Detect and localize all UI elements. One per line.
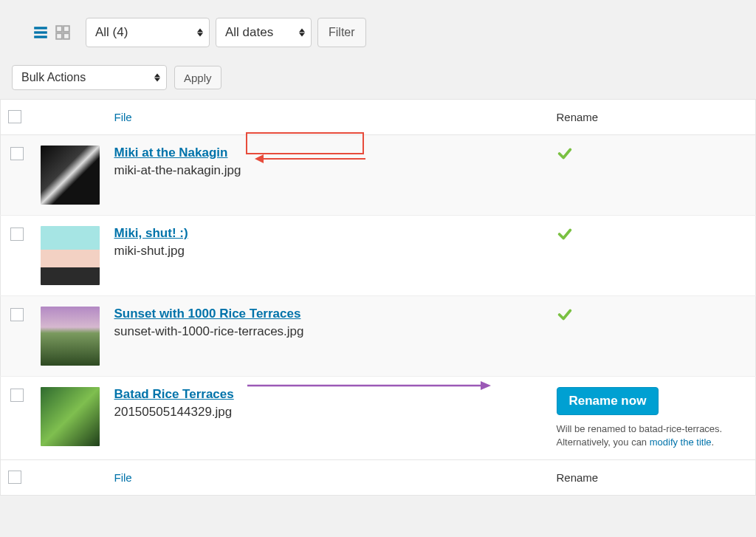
media-title-link[interactable]: Miki at the Nakagin: [114, 146, 228, 160]
svg-marker-10: [481, 381, 491, 390]
chevron-updown-icon: [197, 29, 203, 37]
select-all-checkbox[interactable]: [8, 110, 21, 123]
view-list-button[interactable]: [31, 23, 50, 42]
svg-rect-4: [63, 26, 69, 32]
annotation-arrow-red: [255, 151, 373, 168]
svg-rect-5: [56, 33, 62, 39]
media-thumbnail[interactable]: [41, 387, 100, 446]
row-checkbox[interactable]: [10, 389, 24, 402]
check-icon: [557, 232, 573, 244]
check-icon: [557, 151, 573, 164]
chevron-updown-icon: [299, 29, 305, 37]
media-thumbnail[interactable]: [41, 307, 100, 366]
svg-rect-0: [34, 27, 47, 29]
column-file-header[interactable]: File: [114, 111, 132, 123]
view-grid-button[interactable]: [53, 23, 72, 42]
check-icon: [557, 312, 573, 325]
row-checkbox[interactable]: [10, 308, 24, 321]
bulk-actions-select[interactable]: Bulk Actions: [12, 65, 167, 90]
modify-title-link[interactable]: modify the title: [650, 437, 712, 448]
row-checkbox[interactable]: [10, 147, 24, 160]
media-type-filter-select[interactable]: All (4): [86, 18, 210, 47]
column-file-footer[interactable]: File: [114, 471, 132, 484]
chevron-updown-icon: [154, 74, 160, 82]
rename-now-button[interactable]: Rename now: [557, 387, 659, 415]
row-checkbox[interactable]: [10, 228, 24, 241]
media-title-link[interactable]: Miki, shut! :): [114, 226, 188, 241]
media-thumbnail[interactable]: [41, 146, 100, 205]
date-filter-label: All dates: [225, 25, 273, 40]
date-filter-select[interactable]: All dates: [216, 18, 312, 47]
svg-rect-3: [56, 26, 62, 32]
media-filename: miki-at-the-nakagin.jpg: [114, 163, 241, 177]
table-row: Batad Rice Terraces 20150505144329.jpg R…: [1, 377, 756, 460]
svg-rect-1: [34, 31, 47, 33]
media-type-filter-label: All (4): [95, 25, 128, 40]
media-thumbnail[interactable]: [41, 226, 100, 285]
table-row: Sunset with 1000 Rice Terraces sunset-wi…: [1, 296, 756, 377]
rename-note: Will be renamed to batad-rice-terraces. …: [557, 423, 734, 449]
select-all-checkbox-footer[interactable]: [8, 471, 21, 484]
apply-button[interactable]: Apply: [174, 66, 221, 89]
column-rename-header: Rename: [549, 100, 756, 135]
media-filename: 20150505144329.jpg: [114, 405, 233, 419]
media-title-link[interactable]: Sunset with 1000 Rice Terraces: [114, 307, 301, 321]
list-view-icon: [32, 24, 49, 41]
filter-button[interactable]: Filter: [317, 18, 366, 47]
media-filename: sunset-with-1000-rice-terraces.jpg: [114, 324, 304, 338]
media-filename: miki-shut.jpg: [114, 244, 185, 258]
media-table: File Rename Miki at the Nakagin miki-at-…: [0, 99, 756, 496]
svg-marker-8: [255, 154, 264, 163]
column-rename-footer: Rename: [549, 460, 756, 496]
table-row: Miki, shut! :) miki-shut.jpg: [1, 216, 756, 296]
table-row: Miki at the Nakagin miki-at-the-nakagin.…: [1, 135, 756, 216]
svg-rect-6: [63, 33, 69, 39]
annotation-rect: [246, 132, 364, 154]
grid-view-icon: [55, 24, 71, 41]
bulk-actions-label: Bulk Actions: [21, 71, 86, 84]
svg-rect-2: [34, 35, 47, 38]
media-title-link[interactable]: Batad Rice Terraces: [114, 387, 234, 402]
annotation-arrow-purple: [247, 380, 491, 394]
